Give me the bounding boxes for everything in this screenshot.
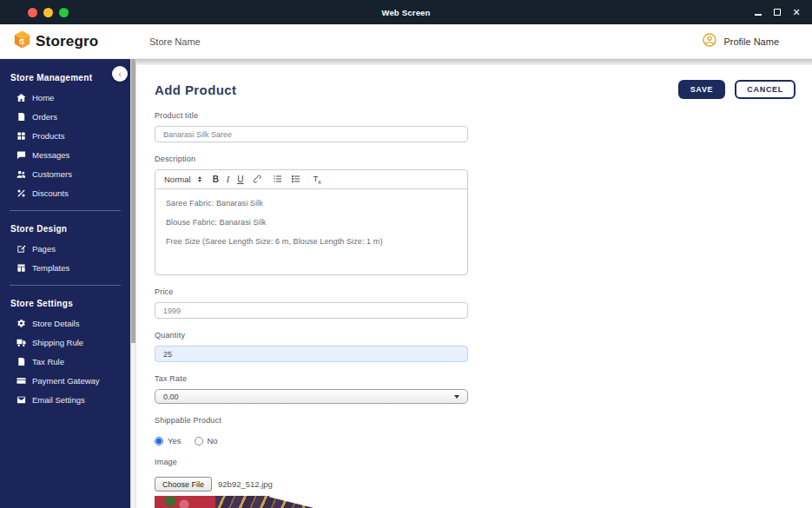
radio-circle-icon xyxy=(195,437,203,445)
orders-icon xyxy=(16,111,26,122)
select-caret-icon xyxy=(454,395,459,399)
tax-rate-label: Tax Rate xyxy=(155,374,468,383)
maximize-icon[interactable] xyxy=(770,5,784,19)
sidebar-section-title: Store Settings xyxy=(0,287,130,313)
file-name: 92b92_512.jpg xyxy=(218,479,273,489)
italic-button[interactable]: I xyxy=(227,175,229,184)
sidebar-item-shipping-rule[interactable]: Shipping Rule xyxy=(0,333,130,352)
description-label: Description xyxy=(155,155,468,163)
store-name: Store Name xyxy=(149,36,201,47)
sidebar-item-orders[interactable]: Orders xyxy=(0,107,130,126)
app-header: S Storegro Store Name Profile Name xyxy=(0,24,812,59)
clear-formatting-button[interactable]: Tx xyxy=(313,175,320,185)
description-paragraph: Saree Fabric: Banarasi Silk xyxy=(166,199,457,208)
editor-toolbar: Normal B I U xyxy=(155,170,467,189)
profile-name: Profile Name xyxy=(723,36,779,47)
shipping-icon xyxy=(16,337,26,347)
sidebar-item-products[interactable]: Products xyxy=(0,126,130,145)
customers-icon xyxy=(16,168,26,179)
sidebar-item-email-settings[interactable]: Email Settings xyxy=(0,390,130,409)
description-content[interactable]: Saree Fabric: Banarasi SilkBlouse Fabric… xyxy=(155,189,467,274)
titlebar: Web Screen ✕ xyxy=(0,0,812,24)
minimize-traffic-light-icon[interactable] xyxy=(43,8,53,17)
shippable-no-radio[interactable]: No xyxy=(195,436,218,445)
image-file-input: Choose File 92b92_512.jpg xyxy=(155,477,468,492)
main-panel: Add Product SAVE CANCEL Product title De… xyxy=(136,59,812,508)
link-icon[interactable] xyxy=(251,174,261,186)
shippable-product-label: Shippable Product xyxy=(155,416,468,425)
discounts-icon xyxy=(16,188,26,198)
cancel-button[interactable]: CANCEL xyxy=(735,80,795,99)
vertical-scrollbar[interactable] xyxy=(130,59,136,508)
bullet-list-icon[interactable] xyxy=(291,174,301,186)
sidebar-item-templates[interactable]: Templates xyxy=(0,258,130,277)
sidebar-item-label: Tax Rule xyxy=(32,357,64,366)
dropdown-caret-icon xyxy=(198,176,201,182)
sidebar-item-messages[interactable]: Messages xyxy=(0,145,130,164)
page-title: Add Product xyxy=(155,82,236,97)
quantity-label: Quantity xyxy=(155,331,468,340)
shippable-radio-group: Yes No xyxy=(155,436,468,445)
zoom-traffic-light-icon[interactable] xyxy=(59,8,69,17)
description-paragraph: Blouse Fabric: Banarasi Silk xyxy=(166,218,457,227)
sidebar-item-tax-rule[interactable]: Tax Rule xyxy=(0,352,130,371)
close-traffic-light-icon[interactable] xyxy=(28,8,37,17)
templates-icon xyxy=(16,262,26,273)
email-icon xyxy=(16,394,26,405)
payment-icon xyxy=(16,375,26,386)
profile-menu[interactable]: Profile Name xyxy=(703,33,779,50)
choose-file-button[interactable]: Choose File xyxy=(155,477,212,492)
bold-button[interactable]: B xyxy=(213,175,219,184)
home-icon xyxy=(16,92,26,102)
sidebar-collapse-button[interactable]: ‹ xyxy=(112,66,128,82)
tax-rate-select[interactable]: 0.00 xyxy=(155,389,468,404)
sidebar-item-label: Discounts xyxy=(32,188,69,198)
sidebar-item-payment-gateway[interactable]: Payment Gateway xyxy=(0,371,130,390)
ordered-list-icon[interactable] xyxy=(273,174,283,186)
sidebar-item-label: Store Details xyxy=(32,319,79,328)
price-input[interactable] xyxy=(155,302,468,319)
header-shadow xyxy=(136,59,812,65)
app-window: Web Screen ✕ S Storegro Store Name xyxy=(0,0,812,508)
quantity-input[interactable] xyxy=(155,346,468,362)
profile-avatar-icon xyxy=(703,33,716,50)
sidebar-divider xyxy=(10,285,121,286)
underline-button[interactable]: U xyxy=(237,175,243,184)
product-title-input[interactable] xyxy=(155,126,468,142)
minimize-icon[interactable] xyxy=(751,5,765,19)
logo-cube-icon: S xyxy=(12,30,32,53)
sidebar-divider xyxy=(10,210,121,211)
add-product-form: Product title Description Normal xyxy=(155,111,468,508)
traffic-lights xyxy=(28,8,69,17)
storegro-logo[interactable]: S Storegro xyxy=(0,30,130,53)
sidebar-item-label: Templates xyxy=(32,263,69,273)
svg-text:S: S xyxy=(19,36,25,46)
sidebar-sections: Store ManagementHomeOrdersProductsMessag… xyxy=(0,61,130,409)
sidebar-item-pages[interactable]: Pages xyxy=(0,239,130,258)
sidebar-item-discounts[interactable]: Discounts xyxy=(0,183,130,202)
products-icon xyxy=(16,130,26,141)
price-label: Price xyxy=(155,287,468,296)
sidebar-section-title: Store Design xyxy=(0,212,130,239)
scrollbar-thumb[interactable] xyxy=(131,59,135,343)
sidebar-item-label: Payment Gateway xyxy=(32,376,100,386)
sidebar-item-customers[interactable]: Customers xyxy=(0,164,130,183)
tax-icon xyxy=(16,356,26,366)
sidebar-item-store-details[interactable]: Store Details xyxy=(0,313,130,333)
radio-circle-icon xyxy=(155,437,163,445)
store-details-icon xyxy=(16,318,26,328)
sidebar: ‹ Store ManagementHomeOrdersProductsMess… xyxy=(0,59,130,508)
image-label: Image xyxy=(155,458,468,466)
paragraph-style-dropdown[interactable]: Normal xyxy=(164,175,201,184)
sidebar-item-label: Pages xyxy=(32,244,56,254)
window-controls: ✕ xyxy=(751,5,803,19)
sidebar-item-label: Products xyxy=(32,131,65,141)
sidebar-item-home[interactable]: Home xyxy=(0,88,130,107)
close-icon[interactable]: ✕ xyxy=(789,5,803,19)
shippable-yes-radio[interactable]: Yes xyxy=(155,436,182,445)
sidebar-item-label: Shipping Rule xyxy=(32,338,83,347)
description-editor: Normal B I U xyxy=(155,169,468,275)
sidebar-item-label: Home xyxy=(32,93,54,102)
save-button[interactable]: SAVE xyxy=(678,80,726,99)
messages-icon xyxy=(16,149,26,160)
